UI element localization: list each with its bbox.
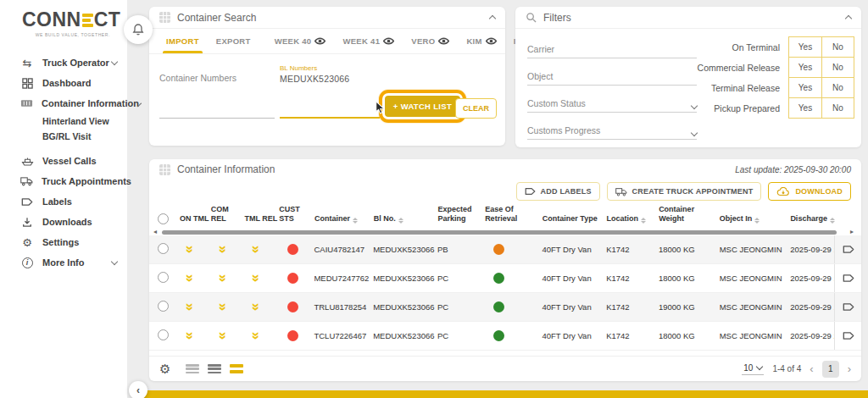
download-button[interactable]: DOWNLOAD bbox=[768, 182, 851, 201]
on-terminal-no-button[interactable]: No bbox=[821, 37, 854, 57]
sort-icon bbox=[754, 218, 760, 224]
table-row[interactable]: » » » MEDU7247762 MEDUXK523066 PC 40FT D… bbox=[149, 264, 861, 293]
collapse-panel-icon[interactable] bbox=[489, 15, 496, 22]
container-numbers-placeholder: Container Numbers bbox=[159, 73, 236, 83]
sidebar-item-settings[interactable]: ⚙ Settings bbox=[0, 232, 127, 252]
sidebar-item-truck-operator[interactable]: ⇆ Truck Operator bbox=[0, 53, 127, 73]
eye-icon[interactable] bbox=[383, 37, 394, 45]
eye-icon[interactable] bbox=[486, 37, 497, 45]
cell-expected-parking: PC bbox=[437, 302, 485, 312]
page-size-select[interactable]: 10 bbox=[742, 363, 764, 375]
pagination-range: 1-4 of 4 bbox=[772, 364, 801, 373]
commercial-release-yes-button[interactable]: Yes bbox=[789, 58, 821, 77]
panel-grid-icon bbox=[159, 12, 170, 23]
sidebar-item-hinterland-view[interactable]: Hinterland View bbox=[0, 113, 127, 129]
terminal-release-check-icon: » bbox=[251, 331, 262, 339]
ease-of-retrieval-dot bbox=[493, 301, 504, 312]
cell-object-in: MSC JEONGMIN bbox=[720, 302, 791, 312]
row-select-radio[interactable] bbox=[158, 272, 169, 283]
custom-status-dot bbox=[287, 330, 298, 341]
view-list-icon[interactable] bbox=[208, 364, 221, 373]
horizontal-scrollbar[interactable]: ◂ ▸ bbox=[152, 229, 859, 235]
eye-icon[interactable] bbox=[438, 37, 449, 45]
chevron-down-icon bbox=[111, 58, 118, 64]
terminal-release-no-button[interactable]: No bbox=[821, 78, 854, 97]
col-object-in[interactable]: Object In bbox=[720, 214, 791, 224]
tab-export[interactable]: EXPORT bbox=[208, 29, 259, 53]
cell-container-weight: 18000 KG bbox=[659, 331, 720, 340]
pickup-prepared-yes-button[interactable]: Yes bbox=[789, 98, 821, 118]
sidebar-item-bg-rl-visit[interactable]: BG/RL Visit bbox=[0, 129, 127, 144]
sidebar-item-downloads[interactable]: Downloads bbox=[0, 212, 127, 232]
cell-container: TRLU8178254 bbox=[314, 302, 373, 312]
filter-toggles: On Terminal Yes No Commercial Release Ye… bbox=[698, 37, 854, 119]
terminal-release-check-icon: » bbox=[251, 245, 262, 252]
tab-kim[interactable]: KIM bbox=[458, 29, 504, 53]
table-row[interactable]: » » » TCLU7226467 MEDUXK523066 PC 40FT D… bbox=[149, 322, 861, 351]
col-container[interactable]: Container bbox=[314, 214, 374, 224]
commercial-release-check-icon: » bbox=[218, 302, 229, 310]
scroll-left-icon[interactable]: ◂ bbox=[153, 228, 157, 235]
notifications-button[interactable] bbox=[124, 15, 153, 44]
toggle-pickup-prepared: Pickup Prepared Yes No bbox=[698, 98, 854, 119]
customs-progress-select[interactable]: Customs Progress bbox=[527, 125, 697, 140]
row-select-radio[interactable] bbox=[158, 243, 169, 254]
sidebar-item-container-information[interactable]: Container Information bbox=[0, 93, 127, 113]
sidebar-item-dashboard[interactable]: Dashboard bbox=[0, 73, 127, 93]
tab-week-41[interactable]: WEEK 41 bbox=[334, 29, 403, 53]
terminal-release-yes-button[interactable]: Yes bbox=[789, 78, 821, 97]
bl-numbers-input[interactable]: BL Numbers MEDUXK523066 bbox=[280, 63, 380, 119]
chevron-down-icon bbox=[756, 362, 763, 369]
tag-icon bbox=[20, 197, 34, 207]
tab-import[interactable]: IMPORT bbox=[158, 29, 208, 53]
tab-vero[interactable]: VERO bbox=[403, 29, 458, 53]
eye-icon[interactable] bbox=[314, 37, 326, 45]
col-bl-no[interactable]: Bl No. bbox=[374, 214, 438, 224]
prev-page-button[interactable]: ‹ bbox=[810, 363, 813, 374]
object-input[interactable]: Object bbox=[527, 71, 697, 86]
pickup-prepared-no-button[interactable]: No bbox=[821, 98, 854, 118]
cell-container-weight: 19000 KG bbox=[659, 302, 720, 312]
row-select-radio[interactable] bbox=[158, 301, 169, 312]
sidebar-item-more-info[interactable]: i More Info bbox=[0, 252, 127, 273]
select-all-radio[interactable] bbox=[158, 213, 169, 224]
create-truck-appointment-button[interactable]: CREATE TRUCK APPOINTMENT bbox=[607, 182, 762, 201]
custom-status-select[interactable]: Custom Status bbox=[527, 98, 697, 113]
watch-list-button[interactable]: + WATCH LIST bbox=[385, 96, 460, 117]
on-terminal-yes-button[interactable]: Yes bbox=[789, 37, 821, 57]
sidebar-item-labels[interactable]: Labels bbox=[0, 191, 127, 212]
col-discharge[interactable]: Discharge bbox=[790, 214, 853, 224]
filters-panel: Filters Carrier Object Custom Status Cus… bbox=[515, 7, 861, 147]
cell-location: K1742 bbox=[606, 274, 659, 283]
on-terminal-check-icon: » bbox=[185, 302, 196, 310]
sidebar-item-truck-appointments[interactable]: Truck Appointments bbox=[0, 171, 127, 191]
carrier-input[interactable]: Carrier bbox=[527, 44, 697, 58]
view-compact-icon[interactable] bbox=[186, 364, 199, 373]
page-number[interactable]: 1 bbox=[822, 361, 839, 378]
table-row[interactable]: » » » CAIU4782147 MEDUXK523066 PB 40FT D… bbox=[149, 235, 861, 264]
col-location[interactable]: Location bbox=[606, 214, 659, 224]
view-dense-icon[interactable] bbox=[230, 364, 243, 373]
tab-week-40[interactable]: WEEK 40 bbox=[266, 29, 335, 53]
scroll-right-icon[interactable]: ▸ bbox=[850, 228, 854, 235]
collapse-panel-icon[interactable] bbox=[845, 15, 852, 22]
next-page-button[interactable]: › bbox=[848, 363, 851, 374]
row-select-radio[interactable] bbox=[158, 329, 169, 340]
add-labels-button[interactable]: ADD LABELS bbox=[516, 182, 600, 201]
row-labels-button[interactable] bbox=[834, 235, 861, 263]
row-labels-button[interactable] bbox=[834, 293, 861, 321]
table-settings-gear-icon[interactable]: ⚙ bbox=[159, 362, 170, 377]
dashboard-icon bbox=[20, 78, 34, 89]
commercial-release-check-icon: » bbox=[218, 274, 229, 281]
clear-button[interactable]: CLEAR bbox=[455, 98, 497, 119]
row-labels-button[interactable] bbox=[834, 264, 861, 292]
scrollbar-thumb[interactable] bbox=[162, 230, 837, 235]
gear-icon: ⚙ bbox=[20, 237, 34, 248]
commercial-release-no-button[interactable]: No bbox=[821, 58, 854, 77]
sidebar-item-vessel-calls[interactable]: Vessel Calls bbox=[0, 151, 127, 171]
container-numbers-input[interactable]: Container Numbers bbox=[159, 63, 275, 119]
cell-bl-no: MEDUXK523066 bbox=[373, 302, 437, 312]
sidebar-collapse-button[interactable]: ‹ bbox=[129, 381, 147, 398]
table-row[interactable]: » » » TRLU8178254 MEDUXK523066 PC 40FT D… bbox=[149, 293, 861, 322]
row-labels-button[interactable] bbox=[834, 322, 861, 350]
